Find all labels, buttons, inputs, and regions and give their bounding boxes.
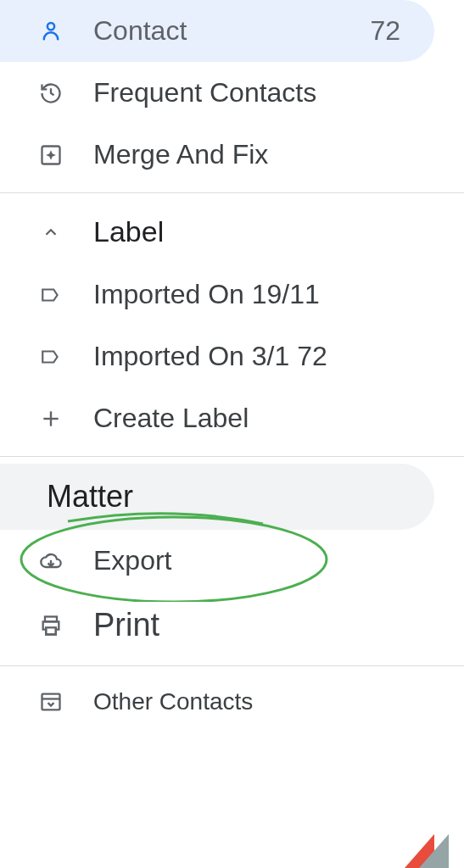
divider [0, 192, 464, 193]
nav-merge-label: Merge And Fix [93, 139, 447, 170]
divider [0, 665, 464, 666]
nav-contact[interactable]: Contact 72 [0, 0, 434, 62]
label-icon [38, 344, 64, 370]
action-import-label: Matter [47, 479, 417, 515]
action-print[interactable]: Print [0, 592, 464, 659]
nav-merge[interactable]: Merge And Fix [0, 124, 464, 186]
action-export-label: Export [93, 545, 447, 576]
create-label[interactable]: Create Label [0, 387, 464, 449]
history-icon [38, 81, 64, 106]
svg-point-0 [48, 23, 54, 30]
svg-rect-6 [46, 627, 56, 634]
divider [0, 456, 464, 457]
nav-contact-count: 72 [370, 15, 400, 47]
cloud-download-icon [38, 548, 64, 574]
plus-icon [38, 406, 64, 431]
nav-contact-label: Contact [93, 15, 370, 47]
action-print-label: Print [93, 607, 447, 643]
label-item-0[interactable]: Imported On 19/11 [0, 264, 464, 326]
sparkle-icon [38, 142, 64, 168]
svg-rect-7 [42, 694, 60, 710]
nav-other-label: Other Contacts [93, 688, 447, 715]
action-export[interactable]: Export [0, 530, 464, 592]
nav-frequent[interactable]: Frequent Contacts [0, 62, 464, 124]
label-item-1-label: Imported On 3/1 72 [93, 341, 447, 372]
person-icon [38, 19, 64, 44]
labels-header[interactable]: Label [0, 200, 464, 264]
print-icon [38, 613, 64, 638]
labels-header-label: Label [93, 215, 447, 248]
action-import[interactable]: Matter [0, 464, 434, 530]
chevron-up-icon [38, 220, 64, 245]
create-label-text: Create Label [93, 403, 447, 434]
brand-logo [405, 834, 464, 868]
label-item-1[interactable]: Imported On 3/1 72 [0, 326, 464, 387]
archive-icon [38, 689, 64, 715]
nav-other[interactable]: Other Contacts [0, 673, 464, 731]
nav-frequent-label: Frequent Contacts [93, 77, 447, 108]
label-item-0-label: Imported On 19/11 [93, 279, 447, 310]
label-icon [38, 282, 64, 308]
